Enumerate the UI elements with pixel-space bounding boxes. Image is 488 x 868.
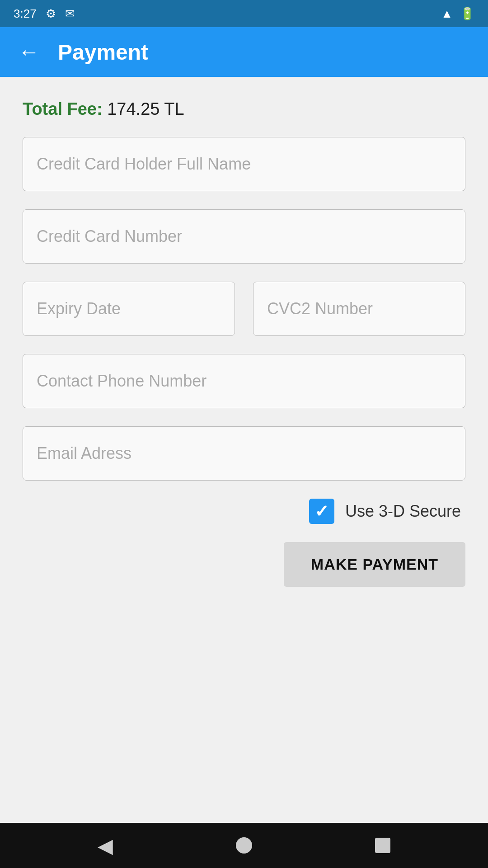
back-button[interactable]: ← <box>18 41 40 63</box>
total-fee-row: Total Fee: 174.25 TL <box>23 99 465 119</box>
status-bar-left: 3:27 ⚙ ✉ <box>14 7 75 21</box>
page-title: Payment <box>58 40 148 65</box>
secure-checkbox-label: Use 3-D Secure <box>345 502 461 521</box>
make-payment-button[interactable]: MAKE PAYMENT <box>284 542 465 587</box>
settings-icon: ⚙ <box>46 7 56 21</box>
nav-back-icon[interactable]: ◀ <box>98 834 113 857</box>
nav-bar: ◀ <box>0 823 488 868</box>
signal-icon: ▲ <box>441 7 453 21</box>
card-number-input[interactable] <box>23 209 465 264</box>
email-input[interactable] <box>23 426 465 481</box>
time-display: 3:27 <box>14 7 37 21</box>
total-fee-label: Total Fee: <box>23 99 103 118</box>
nav-recents-icon[interactable] <box>375 838 390 853</box>
expiry-cvc-row <box>23 282 465 336</box>
card-holder-name-input[interactable] <box>23 137 465 191</box>
checkmark-icon: ✓ <box>314 503 329 520</box>
secure-checkbox-row: ✓ Use 3-D Secure <box>23 499 465 524</box>
battery-icon: 🔋 <box>460 7 474 21</box>
total-fee-value: 174.25 TL <box>107 99 184 118</box>
phone-number-input[interactable] <box>23 354 465 408</box>
app-bar: ← Payment <box>0 27 488 77</box>
cvc-number-input[interactable] <box>253 282 465 336</box>
main-content: Total Fee: 174.25 TL ✓ Use 3-D Secure MA… <box>0 77 488 823</box>
status-bar: 3:27 ⚙ ✉ ▲ 🔋 <box>0 0 488 27</box>
expiry-date-input[interactable] <box>23 282 235 336</box>
make-payment-row: MAKE PAYMENT <box>23 542 465 587</box>
status-bar-right: ▲ 🔋 <box>441 7 474 21</box>
email-icon: ✉ <box>65 7 75 21</box>
nav-home-icon[interactable] <box>236 837 252 854</box>
use-3d-secure-checkbox[interactable]: ✓ <box>309 499 334 524</box>
